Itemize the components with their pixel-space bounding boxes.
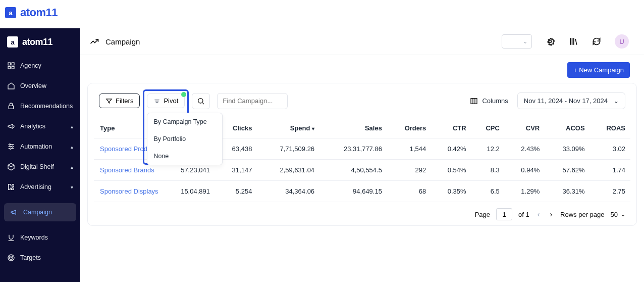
cell: 4,50,554.5 (319, 160, 387, 181)
pivot-menu: By Campaign Type By Portfolio None (147, 113, 223, 165)
pivot-button[interactable]: Pivot (147, 93, 185, 108)
cell: 1.74 (590, 160, 630, 181)
date-range-label: Nov 11, 2024 - Nov 17, 2024 (524, 97, 608, 105)
topbar: Campaign ⌄ U (80, 28, 644, 55)
cell: 292 (387, 160, 431, 181)
col-cpc[interactable]: CPC (471, 118, 505, 138)
cell: 94,649.15 (319, 181, 387, 202)
box-icon (7, 163, 15, 171)
sidebar-item-advertising[interactable]: Advertising ▾ (0, 177, 80, 197)
sliders-icon (7, 143, 15, 151)
sidebar-item-targets[interactable]: Targets (0, 248, 80, 268)
trend-icon (89, 36, 99, 46)
sidebar-item-overview[interactable]: Overview (0, 76, 80, 96)
prev-page-button[interactable]: ‹ (535, 210, 542, 218)
columns-label: Columns (482, 97, 508, 105)
cell: 23,31,777.86 (319, 138, 387, 160)
cell: 6.5 (471, 181, 505, 202)
filter-icon (105, 98, 113, 105)
date-range-button[interactable]: Nov 11, 2024 - Nov 17, 2024 ⌄ (517, 92, 625, 109)
sidebar-label: Recommendations (20, 103, 73, 110)
cell: 8.3 (471, 160, 505, 181)
chevron-up-icon: ▴ (71, 144, 73, 150)
svg-rect-13 (471, 98, 477, 104)
sidebar-item-keywords[interactable]: Keywords (0, 227, 80, 248)
grid-icon (7, 62, 15, 70)
search-icon (197, 97, 205, 105)
cell: 5,254 (215, 181, 257, 202)
cell: 2.75 (590, 181, 630, 202)
sidebar-item-analytics[interactable]: Analytics ▴ (0, 116, 80, 136)
row-type-link[interactable]: Sponsored Displays (94, 181, 170, 202)
page-input[interactable] (496, 208, 512, 220)
cell: 68 (387, 181, 431, 202)
sidebar-item-recommendations[interactable]: Recommendations (0, 96, 80, 116)
chevron-up-icon: ▴ (71, 124, 73, 129)
sidebar-item-agency[interactable]: Agency (0, 56, 80, 76)
new-campaign-button[interactable]: + New Campaign (567, 62, 630, 78)
gear-icon[interactable] (545, 36, 555, 46)
pivot-option-none[interactable]: None (147, 148, 222, 165)
topbar-select[interactable]: ⌄ (502, 34, 532, 49)
columns-button[interactable]: Columns (470, 97, 508, 105)
cell: 2.43% (505, 138, 545, 160)
svg-rect-4 (9, 106, 13, 109)
sort-icon (153, 98, 160, 105)
sidebar-label: Agency (20, 62, 41, 69)
filters-button[interactable]: Filters (99, 93, 140, 108)
svg-rect-2 (8, 66, 11, 69)
svg-point-10 (11, 257, 11, 258)
pivot-option-portfolio[interactable]: By Portfolio (147, 130, 222, 148)
svg-rect-1 (12, 63, 14, 65)
table-row: Sponsored Displays 15,04,891 5,254 34,36… (94, 181, 630, 202)
page-title: Campaign (105, 37, 140, 46)
col-orders[interactable]: Orders (387, 118, 431, 138)
table-toolbar: Filters Pivot By Campaign Type By Portfo… (94, 83, 630, 118)
filters-label: Filters (116, 97, 133, 105)
sidebar-item-campaign[interactable]: Campaign (4, 203, 76, 221)
col-acos[interactable]: ACOS (545, 118, 589, 138)
sidebar-label: Overview (20, 82, 46, 89)
target-icon (7, 254, 15, 262)
books-icon[interactable] (568, 36, 578, 46)
cell: 0.42% (431, 138, 471, 160)
home-icon (7, 82, 15, 90)
pagination: Page of 1 ‹ › Rows per page 50 ⌄ (94, 202, 630, 220)
col-cvr[interactable]: CVR (505, 118, 545, 138)
avatar[interactable]: U (615, 34, 629, 49)
rows-per-page-select[interactable]: 50 ⌄ (611, 211, 625, 218)
sidebar: a atom11 Agency Overview Recommendations… (0, 28, 80, 282)
cell: 1.29% (505, 181, 545, 202)
cell: 0.35% (431, 181, 471, 202)
page-label: Page (475, 211, 490, 218)
sidebar-item-digital-shelf[interactable]: Digital Shelf ▴ (0, 157, 80, 177)
refresh-icon[interactable] (592, 36, 602, 46)
cell: 1,544 (387, 138, 431, 160)
col-ctr[interactable]: CTR (431, 118, 471, 138)
sidebar-brand-name: atom11 (22, 37, 52, 48)
rows-per-page-value: 50 (611, 211, 618, 218)
col-spend[interactable]: Spend ▾ (257, 118, 319, 138)
brand-mark-icon: a (5, 7, 16, 18)
col-sales[interactable]: Sales (319, 118, 387, 138)
cell: 0.94% (505, 160, 545, 181)
pivot-option-campaign-type[interactable]: By Campaign Type (147, 113, 222, 130)
svg-rect-0 (8, 63, 11, 65)
sidebar-label: Campaign (23, 209, 52, 216)
chevron-down-icon: ▾ (71, 184, 73, 190)
pivot-label: Pivot (164, 97, 178, 105)
col-roas[interactable]: ROAS (590, 118, 630, 138)
svg-point-12 (198, 98, 203, 103)
cell: 3.02 (590, 138, 630, 160)
sidebar-item-automation[interactable]: Automation ▴ (0, 136, 80, 157)
of-label: of 1 (518, 211, 529, 218)
main-area: Campaign ⌄ U + New Campaign Fi (80, 28, 644, 282)
sidebar-label: Analytics (20, 123, 45, 130)
cell: 0.54% (431, 160, 471, 181)
chevron-up-icon: ▴ (71, 164, 73, 170)
rows-per-page-label: Rows per page (560, 211, 604, 218)
search-button[interactable] (192, 93, 210, 109)
search-input[interactable] (217, 93, 288, 109)
svg-point-6 (12, 146, 13, 148)
next-page-button[interactable]: › (548, 210, 554, 218)
